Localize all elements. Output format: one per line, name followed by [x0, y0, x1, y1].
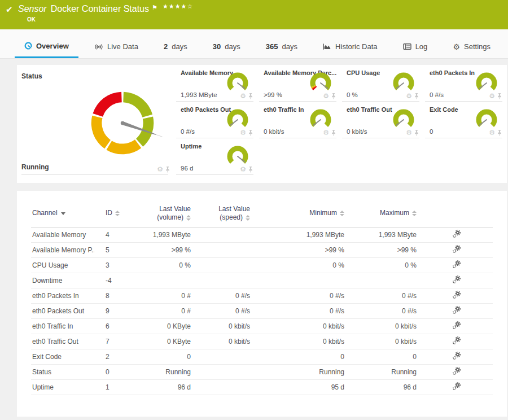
pin-icon[interactable]	[248, 129, 253, 136]
tab-settings[interactable]: ⚙ Settings	[443, 35, 500, 58]
minimum-value	[254, 273, 348, 288]
col-label: Maximum	[380, 209, 409, 217]
tab-historic-data[interactable]: Historic Data	[313, 35, 387, 58]
last-value-speed	[195, 273, 254, 288]
channel-settings-gears-icon[interactable]	[453, 230, 461, 238]
gauge-value: 0 #/s	[430, 91, 444, 98]
channel-settings-gears-icon[interactable]	[453, 336, 461, 344]
channel-gear-icon[interactable]: ⚙	[240, 93, 246, 99]
channel-name: eth0 Packets In	[31, 288, 94, 303]
tab-label: days	[225, 42, 240, 51]
minimum-value: 0	[254, 349, 348, 364]
table-row: eth0 Packets Out 9 0 # 0 #/s 0 #/s 0 #/s	[31, 303, 493, 318]
area-chart-icon	[323, 43, 331, 50]
minimum-value: >99 %	[254, 242, 348, 257]
col-header-id[interactable]: ID	[94, 200, 135, 227]
sensor-kind-label: Sensor	[18, 4, 47, 14]
channel-id: 2	[94, 349, 135, 364]
flag-icon[interactable]: ⚑	[152, 4, 157, 11]
col-header-last-value-volume[interactable]: Last Value (volume)	[135, 200, 195, 227]
tab-number: 30	[213, 42, 221, 51]
last-value-volume: 0 KByte	[135, 318, 195, 334]
minimum-value: Running	[254, 364, 348, 379]
col-label: Channel	[32, 209, 58, 217]
col-header-last-value-speed[interactable]: Last Value (speed)	[195, 200, 254, 227]
gauge-label: CPU Usage	[347, 69, 380, 76]
channel-settings-gears-icon[interactable]	[453, 352, 461, 360]
priority-stars[interactable]: ★★★★☆	[163, 3, 193, 10]
channel-gear-icon[interactable]: ⚙	[489, 129, 495, 136]
table-row: Available Memory P... 5 >99 % >99 % >99 …	[31, 242, 493, 257]
pin-icon[interactable]	[414, 93, 419, 99]
channel-gear-icon[interactable]: ⚙	[240, 129, 246, 136]
pin-icon[interactable]	[248, 93, 253, 99]
tab-label: days	[282, 42, 297, 51]
pin-icon[interactable]	[165, 166, 170, 173]
pin-icon[interactable]	[414, 129, 419, 136]
minimum-value: 0 #/s	[254, 303, 348, 318]
tab-label: Log	[415, 42, 428, 51]
table-row: CPU Usage 3 0 % 0 % 0 %	[31, 257, 493, 273]
col-header-minimum[interactable]: Minimum	[254, 200, 348, 227]
channel-name: Downtime	[31, 273, 94, 288]
table-row: Downtime -4	[31, 273, 493, 288]
channel-settings-gears-icon[interactable]	[453, 367, 461, 375]
last-value-volume: Running	[135, 364, 195, 379]
col-header-channel[interactable]: Channel	[31, 200, 94, 227]
channel-settings-gears-icon[interactable]	[453, 275, 461, 283]
channel-name: Uptime	[31, 379, 94, 395]
last-value-volume: 96 d	[135, 379, 195, 395]
status-gauge-value: Running	[21, 163, 49, 171]
channel-gear-icon[interactable]: ⚙	[406, 129, 412, 136]
minimum-value: 1,993 MByte	[254, 227, 348, 242]
channel-name: eth0 Packets Out	[31, 303, 94, 318]
tab-number: 2	[164, 42, 168, 51]
tab-live-data[interactable]: Live Data	[85, 35, 148, 58]
minimum-value: 0 kbit/s	[254, 318, 348, 334]
gauge-label: eth0 Traffic In	[264, 106, 304, 113]
channel-gear-icon[interactable]: ⚙	[323, 93, 329, 99]
channel-name: Exit Code	[31, 349, 94, 364]
pin-icon[interactable]	[497, 93, 502, 99]
channel-settings-gears-icon[interactable]	[453, 260, 461, 268]
channel-id: 5	[94, 242, 135, 257]
channel-settings-gears-icon[interactable]	[453, 321, 461, 329]
channel-gear-icon[interactable]: ⚙	[489, 93, 495, 99]
tab-label: Historic Data	[335, 42, 377, 51]
channel-name: Status	[31, 364, 94, 379]
tab-365-days[interactable]: 365 days	[256, 35, 307, 58]
maximum-value: 0 #/s	[348, 288, 421, 303]
channel-settings-gears-icon[interactable]	[453, 245, 461, 253]
table-row: Status 0 Running Running Running	[31, 364, 493, 379]
sort-icon	[412, 211, 417, 216]
mini-gauge	[225, 108, 250, 131]
tab-2-days[interactable]: 2 days	[154, 35, 197, 58]
pin-icon[interactable]	[248, 166, 253, 173]
channel-gear-icon[interactable]: ⚙	[406, 93, 412, 99]
tab-overview[interactable]: Overview	[15, 35, 78, 58]
pin-icon[interactable]	[497, 129, 502, 136]
col-header-maximum[interactable]: Maximum	[348, 200, 421, 227]
channel-name: CPU Usage	[31, 257, 94, 273]
tab-30-days[interactable]: 30 days	[203, 35, 250, 58]
sort-icon	[340, 211, 344, 216]
last-value-volume: >99 %	[135, 242, 195, 257]
channel-settings-gears-icon[interactable]	[453, 306, 461, 314]
channel-settings-gears-icon[interactable]	[453, 382, 461, 390]
tab-log[interactable]: Log	[393, 35, 437, 58]
channel-table-panel: Channel ID Last Value (volume) Last Valu…	[17, 191, 507, 417]
channel-gear-icon[interactable]: ⚙	[323, 129, 329, 136]
channel-gear-icon[interactable]: ⚙	[157, 166, 163, 173]
last-value-volume: 1,993 MByte	[135, 227, 195, 242]
channel-gear-icon[interactable]: ⚙	[240, 166, 246, 173]
pin-icon[interactable]	[331, 129, 336, 136]
col-label: ID	[106, 209, 112, 217]
channel-settings-gears-icon[interactable]	[453, 291, 461, 299]
gauge-cell-available-memory: Available Memory 1,993 MByte ⚙	[175, 65, 258, 102]
gauge-cell-available-memory-percent: Available Memory Perc... >99 % ⚙	[258, 65, 341, 102]
tab-label: Overview	[36, 42, 69, 50]
gauge-label: Uptime	[181, 143, 202, 150]
gauge-cell-cpu-usage: CPU Usage 0 % ⚙	[341, 65, 424, 102]
pin-icon[interactable]	[331, 93, 336, 99]
tab-number: 365	[266, 42, 278, 51]
